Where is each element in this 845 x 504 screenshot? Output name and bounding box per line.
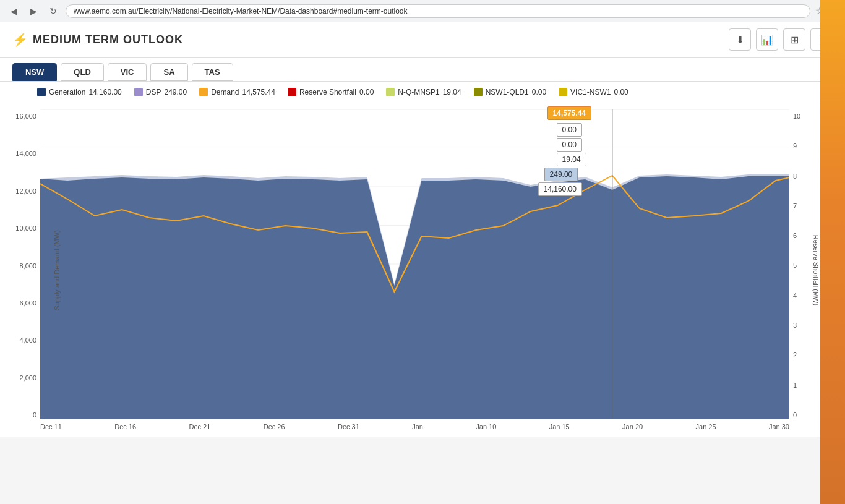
x-dec26: Dec 26 xyxy=(264,423,285,430)
dsp-color xyxy=(134,88,143,96)
url-bar[interactable]: www.aemo.com.au/Electricity/National-Ele… xyxy=(66,4,810,18)
legend-demand: Demand 14,575.44 xyxy=(199,88,275,96)
legend-reserve-shortfall: Reserve Shortfall 0.00 xyxy=(288,88,374,96)
demand-label: Demand xyxy=(211,88,239,96)
generation-value: 14,160.00 xyxy=(88,88,121,96)
y-right-1: 1 xyxy=(793,382,797,389)
y-left-12000: 12,000 xyxy=(15,187,36,195)
tooltip-dsp-value: 249.00 xyxy=(550,170,573,179)
dsp-label: DSP xyxy=(146,88,161,96)
demand-color xyxy=(199,88,208,96)
nsw1qld1-color xyxy=(474,88,483,96)
x-axis: Dec 11 Dec 16 Dec 21 Dec 26 Dec 31 Jan J… xyxy=(40,421,789,430)
tooltip-nqmnsp1-value: 19.04 xyxy=(562,155,581,164)
x-jan20: Jan 20 xyxy=(622,423,643,430)
legend-dsp: DSP 249.00 xyxy=(134,88,187,96)
legend-generation: Generation 14,160.00 xyxy=(37,88,122,96)
tooltip-vic1nsw1: 0.00 xyxy=(557,138,582,152)
x-dec16: Dec 16 xyxy=(114,423,136,430)
y-left-16000: 16,000 xyxy=(15,113,36,120)
tab-tas[interactable]: TAS xyxy=(192,63,233,81)
tooltip-demand: 14,575.44 xyxy=(547,106,591,120)
vic1nsw1-color xyxy=(559,88,567,96)
table-view-button[interactable]: ⊞ xyxy=(783,28,805,51)
tab-bar: NSW QLD VIC SA TAS xyxy=(0,58,845,82)
tab-sa[interactable]: SA xyxy=(150,63,187,81)
y-right-9: 9 xyxy=(793,142,797,150)
nsw1qld1-label: NSW1-QLD1 xyxy=(486,88,529,96)
x-dec21: Dec 21 xyxy=(189,423,210,430)
y-right-0: 0 xyxy=(793,411,797,419)
tooltip-reserve-value: 0.00 xyxy=(562,126,577,134)
tab-nsw[interactable]: NSW xyxy=(12,63,57,81)
legend-vic1nsw1: VIC1-NSW1 0.00 xyxy=(559,88,628,96)
browser-bar: ◀ ▶ ↻ www.aemo.com.au/Electricity/Nation… xyxy=(0,0,845,22)
dsp-value: 249.00 xyxy=(164,88,187,96)
header-actions: ⬇ 📊 ⊞ ℹ xyxy=(729,28,833,51)
nsw1qld1-value: 0.00 xyxy=(532,88,546,96)
dsp-area xyxy=(40,174,789,419)
orange-stripe xyxy=(820,0,845,437)
x-jan: Jan xyxy=(412,423,423,430)
chart-svg xyxy=(40,109,789,419)
chart-view-button[interactable]: 📊 xyxy=(756,28,778,51)
forward-button[interactable]: ▶ xyxy=(26,4,41,19)
x-dec31: Dec 31 xyxy=(338,423,359,430)
nqmnsp1-color xyxy=(386,88,395,96)
y-right-5: 5 xyxy=(793,262,797,269)
chart-svg-area: Supply and Demand (MW) xyxy=(40,109,789,430)
y-right-7: 7 xyxy=(793,202,797,210)
chart-container: 16,000 14,000 12,000 10,000 8,000 6,000 … xyxy=(0,103,845,437)
y-right-6: 6 xyxy=(793,232,797,239)
x-jan15: Jan 15 xyxy=(549,423,570,430)
tab-qld[interactable]: QLD xyxy=(61,63,103,81)
reserve-shortfall-label: Reserve Shortfall xyxy=(299,88,356,96)
demand-value: 14,575.44 xyxy=(242,88,275,96)
y-right-4: 4 xyxy=(793,292,797,299)
generation-label: Generation xyxy=(49,88,85,96)
tooltip-generation: 14,160.00 xyxy=(538,182,582,196)
y-right-10: 10 xyxy=(793,113,800,120)
y-left-6000: 6,000 xyxy=(19,299,36,307)
tooltip-generation-value: 14,160.00 xyxy=(544,185,577,194)
tooltip-demand-value: 14,575.44 xyxy=(553,109,586,117)
tooltip-nqmnsp1: 19.04 xyxy=(557,153,586,166)
legend-nsw1qld1: NSW1-QLD1 0.00 xyxy=(474,88,546,96)
y-axis-right: 10 9 8 7 6 5 4 3 2 1 0 xyxy=(789,109,814,419)
page-title: MEDIUM TERM OUTLOOK xyxy=(33,33,183,46)
y-right-2: 2 xyxy=(793,351,797,359)
tooltip-reserve-shortfall: 0.00 xyxy=(557,123,582,137)
y-right-8: 8 xyxy=(793,173,797,180)
x-jan10: Jan 10 xyxy=(476,423,496,430)
y-axis-left: 16,000 14,000 12,000 10,000 8,000 6,000 … xyxy=(6,109,40,419)
y-left-8000: 8,000 xyxy=(19,262,36,270)
title-area: ⚡ MEDIUM TERM OUTLOOK xyxy=(12,32,183,47)
reserve-shortfall-value: 0.00 xyxy=(359,88,374,96)
x-jan25: Jan 25 xyxy=(696,423,716,430)
reserve-shortfall-color xyxy=(288,88,296,96)
y-axis-left-label: Supply and Demand (MW) xyxy=(53,230,61,310)
back-button[interactable]: ◀ xyxy=(6,4,21,19)
app-header: ⚡ MEDIUM TERM OUTLOOK ⬇ 📊 ⊞ ℹ xyxy=(0,22,845,58)
nqmnsp1-value: 19.04 xyxy=(443,88,461,96)
y-right-3: 3 xyxy=(793,322,797,329)
y-axis-right-label: Reserve Shortfall (MW) xyxy=(812,234,820,305)
tooltip-dsp: 249.00 xyxy=(544,168,578,181)
vic1nsw1-label: VIC1-NSW1 xyxy=(570,88,611,96)
lightning-icon: ⚡ xyxy=(12,32,28,47)
y-left-4000: 4,000 xyxy=(19,336,36,344)
tab-vic[interactable]: VIC xyxy=(108,63,147,81)
download-button[interactable]: ⬇ xyxy=(729,28,751,51)
generation-color xyxy=(37,88,46,96)
legend-nqmnsp1: N-Q-MNSP1 19.04 xyxy=(386,88,461,96)
legend: Generation 14,160.00 DSP 249.00 Demand 1… xyxy=(0,82,845,103)
y-left-14000: 14,000 xyxy=(15,150,36,157)
y-left-2000: 2,000 xyxy=(19,374,36,382)
x-dec11: Dec 11 xyxy=(40,423,62,430)
refresh-button[interactable]: ↻ xyxy=(46,4,61,19)
y-left-0: 0 xyxy=(33,411,36,419)
vic1nsw1-value: 0.00 xyxy=(614,88,628,96)
y-left-10000: 10,000 xyxy=(15,224,36,232)
nqmnsp1-label: N-Q-MNSP1 xyxy=(398,88,439,96)
x-jan30: Jan 30 xyxy=(769,423,789,430)
